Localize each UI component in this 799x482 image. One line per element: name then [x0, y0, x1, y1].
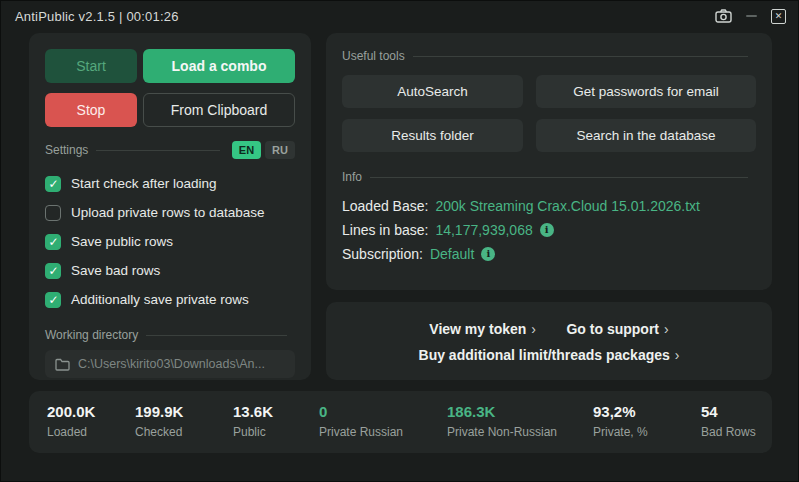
search-database-button[interactable]: Search in the database: [536, 119, 756, 152]
working-directory-input[interactable]: C:\Users\kirito03\Downloads\An...: [45, 350, 295, 378]
go-to-support-link[interactable]: Go to support›: [566, 321, 668, 337]
stat-label: Bad Rows: [701, 425, 756, 439]
stat-value: 186.3K: [447, 403, 557, 420]
links-row-1: View my token› Go to support›: [342, 316, 756, 342]
app-window: AntiPublic v2.1.5 | 00:01:26 ✕ Start Loa…: [0, 0, 799, 482]
stat-private-percent: 93,2% Private, %: [593, 403, 648, 439]
stat-label: Private Russian: [319, 425, 403, 439]
start-button[interactable]: Start: [45, 49, 137, 83]
stats-bar: 200.0K Loaded 199.9K Checked 13.6K Publi…: [29, 391, 772, 453]
title-bar: AntiPublic v2.1.5 | 00:01:26 ✕: [1, 1, 798, 31]
stop-button[interactable]: Stop: [45, 93, 137, 127]
chevron-right-icon: ›: [664, 321, 669, 337]
control-panel: Start Load a combo Stop From Clipboard S…: [29, 33, 311, 380]
chevron-right-icon: ›: [675, 347, 680, 363]
divider: [413, 56, 748, 57]
stat-value: 93,2%: [593, 403, 648, 420]
info-header: Info: [342, 170, 756, 184]
subscription-label: Subscription:: [342, 246, 423, 262]
stat-value: 54: [701, 403, 756, 420]
info-label: Info: [342, 170, 362, 184]
checkbox-save-private-rows[interactable]: Additionally save private rows: [45, 285, 295, 314]
checkbox-label: Upload private rows to database: [71, 205, 265, 220]
stat-label: Loaded: [47, 425, 95, 439]
checkbox-label: Start check after loading: [71, 176, 217, 191]
checkbox-save-public-rows[interactable]: Save public rows: [45, 227, 295, 256]
loaded-base-value: 200k Streaming Crax.Cloud 15.01.2026.txt: [435, 198, 700, 214]
working-directory-label: Working directory: [45, 328, 138, 342]
language-toggle-ru[interactable]: RU: [265, 141, 295, 159]
checkbox-icon[interactable]: [45, 234, 61, 250]
get-passwords-button[interactable]: Get passwords for email: [536, 75, 756, 108]
lines-in-base-label: Lines in base:: [342, 222, 428, 238]
info-circle-icon[interactable]: i: [481, 247, 495, 261]
lines-in-base-row: Lines in base: 14,177,939,068 i: [342, 218, 756, 242]
subscription-row: Subscription: Default i: [342, 242, 756, 266]
links-panel: View my token› Go to support› Buy additi…: [326, 302, 772, 380]
stat-checked: 199.9K Checked: [135, 403, 183, 439]
info-circle-icon[interactable]: i: [540, 223, 554, 237]
settings-header: Settings EN RU: [45, 141, 295, 159]
divider: [370, 177, 748, 178]
checkbox-icon[interactable]: [45, 263, 61, 279]
screenshot-camera-icon[interactable]: [715, 9, 732, 23]
run-buttons-row: Start Load a combo: [45, 49, 295, 83]
view-my-token-link[interactable]: View my token›: [429, 321, 536, 337]
minimize-icon[interactable]: [746, 15, 757, 17]
stop-buttons-row: Stop From Clipboard: [45, 93, 295, 127]
window-title: AntiPublic v2.1.5 | 00:01:26: [15, 9, 179, 24]
buy-packages-link[interactable]: Buy additional limit/threads packages›: [419, 347, 680, 363]
loaded-base-label: Loaded Base:: [342, 198, 428, 214]
folder-icon: [55, 358, 70, 371]
chevron-right-icon: ›: [531, 321, 536, 337]
stat-value: 200.0K: [47, 403, 95, 420]
stat-private-non-russian: 186.3K Private Non-Russian: [447, 403, 557, 439]
checkbox-start-check-after-loading[interactable]: Start check after loading: [45, 169, 295, 198]
loaded-base-row: Loaded Base: 200k Streaming Crax.Cloud 1…: [342, 194, 756, 218]
checkbox-icon[interactable]: [45, 292, 61, 308]
divider: [146, 335, 287, 336]
working-directory-path: C:\Users\kirito03\Downloads\An...: [78, 357, 265, 371]
checkbox-upload-private-rows[interactable]: Upload private rows to database: [45, 198, 295, 227]
links-row-2: Buy additional limit/threads packages›: [342, 342, 756, 368]
lines-in-base-value: 14,177,939,068: [435, 222, 532, 238]
divider: [96, 150, 219, 151]
close-icon[interactable]: ✕: [771, 9, 786, 24]
working-directory-header: Working directory: [45, 328, 295, 342]
results-folder-button[interactable]: Results folder: [342, 119, 523, 152]
stat-label: Private, %: [593, 425, 648, 439]
useful-tools-header: Useful tools: [342, 49, 756, 63]
stat-value: 0: [319, 403, 403, 420]
stat-public: 13.6K Public: [233, 403, 273, 439]
stat-private-russian: 0 Private Russian: [319, 403, 403, 439]
stat-label: Private Non-Russian: [447, 425, 557, 439]
stat-value: 13.6K: [233, 403, 273, 420]
from-clipboard-button[interactable]: From Clipboard: [143, 93, 295, 127]
stat-bad-rows: 54 Bad Rows: [701, 403, 756, 439]
language-toggle-en[interactable]: EN: [232, 141, 261, 159]
checkbox-label: Save public rows: [71, 234, 173, 249]
stat-label: Public: [233, 425, 273, 439]
autosearch-button[interactable]: AutoSearch: [342, 75, 523, 108]
checkbox-icon[interactable]: [45, 176, 61, 192]
tools-info-panel: Useful tools AutoSearch Get passwords fo…: [326, 33, 772, 290]
tool-buttons-grid: AutoSearch Get passwords for email Resul…: [342, 75, 756, 152]
load-combo-button[interactable]: Load a combo: [143, 49, 295, 83]
stat-loaded: 200.0K Loaded: [47, 403, 95, 439]
window-controls: ✕: [715, 9, 786, 24]
stat-value: 199.9K: [135, 403, 183, 420]
useful-tools-label: Useful tools: [342, 49, 405, 63]
checkbox-label: Additionally save private rows: [71, 292, 249, 307]
checkbox-icon[interactable]: [45, 205, 61, 221]
subscription-value: Default: [430, 246, 474, 262]
stat-label: Checked: [135, 425, 183, 439]
settings-label: Settings: [45, 143, 88, 157]
checkbox-save-bad-rows[interactable]: Save bad rows: [45, 256, 295, 285]
checkbox-label: Save bad rows: [71, 263, 160, 278]
